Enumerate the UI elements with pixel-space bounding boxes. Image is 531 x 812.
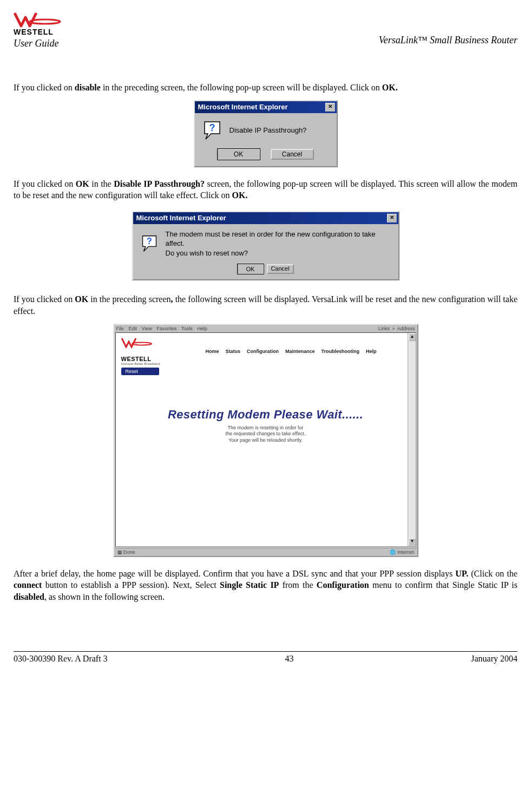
ok-button[interactable]: OK — [238, 264, 264, 274]
nav-home[interactable]: Home — [205, 349, 219, 354]
svg-text:WESTELL: WESTELL — [14, 28, 54, 36]
dialog-message: Disable IP Passthrough? — [230, 126, 307, 135]
westell-logo-icon: WESTELL — [14, 11, 68, 37]
menu-file[interactable]: File — [116, 326, 124, 331]
links-label: Links — [378, 326, 390, 331]
paragraph-2: If you clicked on OK in the Disable IP P… — [14, 178, 517, 201]
browser-menubar: File Edit View Favorites Tools Help Link… — [114, 325, 417, 332]
dialog-titlebar: Microsoft Internet Explorer ✕ — [133, 212, 398, 224]
vertical-scrollbar[interactable]: ▲ ▼ — [408, 333, 416, 546]
reset-confirm-dialog: Microsoft Internet Explorer ✕ ? The mode… — [132, 211, 399, 281]
scroll-up-icon[interactable]: ▲ — [409, 333, 416, 341]
nav-configuration[interactable]: Configuration — [247, 349, 279, 354]
nav-maintenance[interactable]: Maintenance — [285, 349, 315, 354]
user-guide-label: User Guide — [14, 38, 68, 49]
westell-logo-icon: WESTELL Discover Better Broadband — [121, 337, 163, 365]
product-title: VersaLink™ Small Business Router — [379, 35, 517, 46]
browser-statusbar: ▦ Done 🌐 Internet — [114, 548, 417, 556]
logo-block: WESTELL User Guide — [14, 11, 68, 49]
browser-window: File Edit View Favorites Tools Help Link… — [113, 324, 418, 557]
scroll-down-icon[interactable]: ▼ — [409, 538, 416, 546]
zone-text: 🌐 Internet — [390, 549, 414, 555]
resetting-message: The modem is resetting in order for the … — [116, 425, 416, 444]
cancel-button[interactable]: Cancel — [267, 264, 294, 274]
paragraph-4: After a brief delay, the home page will … — [14, 568, 517, 603]
question-icon: ? — [141, 235, 158, 252]
close-icon[interactable]: ✕ — [325, 103, 335, 112]
dialog-message: The modem must be reset in order for the… — [166, 230, 391, 258]
svg-point-0 — [30, 19, 60, 24]
footer-right: January 2004 — [471, 654, 517, 664]
reset-sub-button[interactable]: Reset — [121, 368, 159, 375]
menu-help[interactable]: Help — [197, 326, 207, 331]
page-header: WESTELL User Guide VersaLink™ Small Busi… — [14, 11, 517, 49]
question-icon: ? — [202, 121, 222, 140]
cancel-button[interactable]: Cancel — [271, 149, 314, 160]
nav-troubleshooting[interactable]: Troubleshooting — [322, 349, 360, 354]
menu-edit[interactable]: Edit — [129, 326, 137, 331]
address-label: Address — [397, 326, 415, 331]
menu-favorites[interactable]: Favorites — [156, 326, 176, 331]
nav-help[interactable]: Help — [366, 349, 377, 354]
dialog-titlebar: Microsoft Internet Explorer ✕ — [195, 101, 337, 113]
svg-point-4 — [132, 342, 152, 345]
dialog-title: Microsoft Internet Explorer — [136, 214, 226, 222]
paragraph-3: If you clicked on OK in the preceding sc… — [14, 293, 517, 317]
svg-text:?: ? — [209, 122, 215, 133]
browser-viewport: WESTELL Discover Better Broadband Home S… — [115, 332, 416, 547]
menu-tools[interactable]: Tools — [181, 326, 193, 331]
paragraph-1: If you clicked on disable in the precedi… — [14, 82, 517, 94]
status-text: ▦ Done — [117, 549, 135, 555]
resetting-title: Resetting Modem Please Wait...... — [116, 408, 416, 422]
disable-passthrough-dialog: Microsoft Internet Explorer ✕ ? Disable … — [194, 100, 338, 167]
page-footer: 030-300390 Rev. A Draft 3 43 January 200… — [14, 651, 517, 664]
menu-view[interactable]: View — [142, 326, 152, 331]
footer-page-number: 43 — [285, 654, 293, 664]
footer-left: 030-300390 Rev. A Draft 3 — [14, 654, 108, 664]
ok-button[interactable]: OK — [218, 149, 260, 160]
dialog-title: Microsoft Internet Explorer — [198, 103, 288, 111]
main-nav: Home Status Configuration Maintenance Tr… — [172, 349, 410, 354]
svg-text:?: ? — [147, 237, 152, 246]
close-icon[interactable]: ✕ — [387, 214, 397, 222]
nav-status[interactable]: Status — [225, 349, 240, 354]
